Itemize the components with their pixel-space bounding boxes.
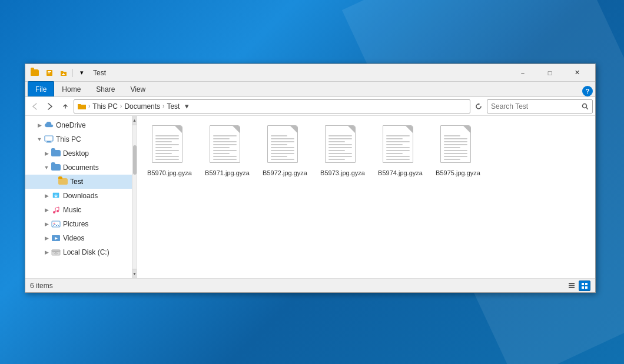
svg-point-5 (583, 103, 587, 108)
scroll-down-btn[interactable]: ▼ (132, 269, 137, 278)
minimize-button[interactable]: − (509, 64, 536, 82)
scroll-up-btn[interactable]: ▲ (132, 116, 137, 125)
quick-access-bar: ▾ (43, 68, 88, 78)
expand-icon-desktop: ▶ (42, 146, 51, 161)
svg-rect-6 (45, 136, 53, 141)
details-view-button[interactable] (566, 280, 577, 291)
view-buttons (566, 280, 590, 291)
nav-label-test: Test (70, 178, 134, 186)
nav-item-pictures[interactable]: ▶ Pictures (25, 217, 137, 231)
folder-icon-documents (51, 164, 61, 172)
videos-icon (51, 234, 61, 242)
tab-file[interactable]: File (28, 81, 54, 96)
search-input[interactable] (487, 99, 593, 113)
svg-rect-4 (62, 74, 65, 75)
scroll-thumb[interactable] (133, 145, 137, 175)
search-wrapper (487, 99, 593, 113)
breadcrumb-documents[interactable]: Documents (124, 102, 160, 111)
qa-dropdown[interactable]: ▾ (75, 68, 88, 78)
file-name-0: B5970.jpg.gyza (147, 169, 192, 177)
nav-label-this-pc: This PC (56, 135, 134, 143)
nav-label-videos: Videos (63, 234, 134, 242)
forward-button[interactable] (43, 99, 57, 113)
tab-home[interactable]: Home (54, 81, 88, 96)
address-path[interactable]: › This PC › Documents › Test ▾ (74, 99, 470, 113)
expand-icon-this-pc: ▼ (35, 132, 44, 146)
expand-icon-onedrive: ▶ (35, 118, 44, 132)
file-item-5[interactable]: B5975.jpg.gyza (432, 122, 484, 181)
main-content: ▶ OneDrive ▼ This PC ▶ (25, 116, 595, 278)
expand-icon-music: ▶ (42, 203, 51, 217)
file-item-0[interactable]: B5970.jpg.gyza (143, 122, 196, 181)
file-item-2[interactable]: B5972.jpg.gyza (258, 122, 311, 181)
tab-view[interactable]: View (122, 81, 153, 96)
nav-label-local-disk: Local Disk (C:) (63, 248, 134, 256)
file-item-1[interactable]: B5971.jpg.gyza (201, 122, 254, 181)
window-title: Test (93, 69, 509, 77)
music-icon (51, 206, 61, 214)
svg-point-16 (55, 252, 57, 253)
explorer-window: ▾ Test − □ ✕ File Home Share View ? › Th… (25, 64, 596, 293)
nav-item-music[interactable]: ▶ Music (25, 203, 137, 217)
nav-item-desktop[interactable]: ▶ Desktop (25, 146, 137, 161)
svg-rect-20 (569, 287, 575, 288)
expand-icon-local-disk: ▶ (42, 245, 51, 259)
nav-label-onedrive: OneDrive (56, 121, 134, 129)
title-controls: − □ ✕ (509, 64, 590, 82)
nav-item-local-disk[interactable]: ▶ Local Disk (C:) (25, 245, 137, 259)
nav-item-onedrive[interactable]: ▶ OneDrive (25, 118, 137, 132)
breadcrumb-this-pc[interactable]: This PC (92, 102, 118, 111)
file-name-3: B5973.jpg.gyza (320, 169, 365, 177)
title-bar: ▾ Test − □ ✕ (25, 64, 595, 82)
up-button[interactable] (58, 99, 72, 113)
nav-item-videos[interactable]: ▶ Videos (25, 231, 137, 245)
folder-icon-test (58, 178, 68, 186)
pictures-icon (51, 220, 61, 228)
nav-item-test[interactable]: ▶ Test (25, 175, 137, 189)
address-bar: › This PC › Documents › Test ▾ (25, 97, 595, 116)
back-button[interactable] (28, 99, 42, 113)
file-name-4: B5974.jpg.gyza (378, 169, 423, 177)
nav-item-documents[interactable]: ▼ Documents (25, 161, 137, 175)
bc-sep-3: › (162, 103, 164, 109)
file-icon-4 (383, 125, 418, 166)
window-icon (30, 68, 39, 78)
downloads-icon (51, 192, 61, 200)
file-icon-5 (440, 125, 476, 166)
svg-rect-18 (569, 283, 575, 284)
file-item-3[interactable]: B5973.jpg.gyza (316, 122, 369, 181)
nav-label-documents: Documents (63, 163, 134, 172)
breadcrumb-test[interactable]: Test (167, 102, 180, 111)
file-item-4[interactable]: B5974.jpg.gyza (374, 122, 427, 181)
svg-point-10 (57, 210, 59, 212)
nav-label-downloads: Downloads (63, 192, 134, 200)
status-bar: 6 items (25, 278, 595, 292)
svg-rect-24 (585, 286, 588, 289)
refresh-button[interactable] (472, 99, 486, 113)
disk-icon (51, 248, 61, 256)
close-button[interactable]: ✕ (563, 64, 590, 82)
nav-label-desktop: Desktop (63, 149, 134, 158)
large-icons-view-button[interactable] (579, 280, 590, 291)
bc-sep-1: › (88, 103, 90, 109)
nav-item-this-pc[interactable]: ▼ This PC (25, 132, 137, 146)
maximize-button[interactable]: □ (536, 64, 563, 82)
svg-rect-7 (47, 141, 51, 142)
nav-item-downloads[interactable]: ▶ Downloads (25, 189, 137, 203)
svg-rect-17 (52, 250, 60, 252)
file-name-5: B5975.jpg.gyza (436, 169, 480, 177)
nav-pane: ▶ OneDrive ▼ This PC ▶ (25, 116, 137, 278)
expand-icon-pictures: ▶ (42, 217, 51, 231)
tab-share[interactable]: Share (88, 81, 122, 96)
expand-icon-documents: ▼ (42, 161, 51, 175)
address-dropdown-btn[interactable]: ▾ (182, 99, 191, 113)
expand-icon-downloads: ▶ (42, 189, 51, 203)
file-name-2: B5972.jpg.gyza (263, 169, 307, 177)
file-view: B5970.jpg.gyza B5971.jpg.gyza (137, 116, 595, 278)
help-button[interactable]: ? (582, 86, 593, 96)
search-button[interactable] (579, 101, 591, 112)
qa-btn-2[interactable] (57, 68, 70, 78)
qa-btn-1[interactable] (43, 68, 56, 78)
pc-icon (44, 135, 54, 143)
nav-label-pictures: Pictures (63, 220, 134, 228)
